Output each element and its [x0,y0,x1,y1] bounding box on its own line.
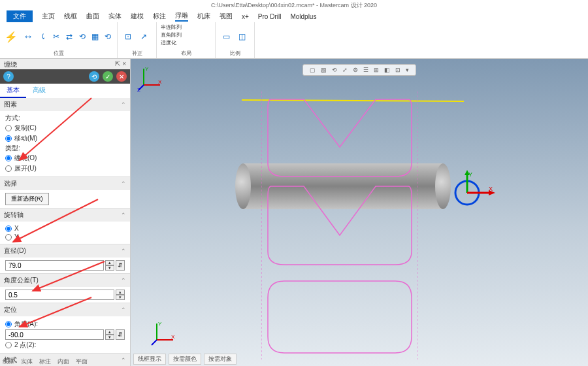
ribbon-scale-icon[interactable]: ◫ [235,30,248,43]
ribbon-group-label: 比例 [220,50,250,57]
menu-transform[interactable]: 浮雕 [175,11,188,22]
link-icon[interactable]: ⇵ [116,260,125,271]
status-tab[interactable]: 按需颜色 [169,354,201,365]
label-mode: 方式: [5,114,20,122]
ribbon-tool-icon[interactable]: ⚡ [4,27,18,46]
ribbon-item[interactable]: 直角阵列 [161,31,182,39]
panel-close-icon[interactable]: ⇱ × [115,60,126,68]
axis-triad-icon: YX [150,320,176,346]
svg-text:X: X [171,334,175,340]
status-tab[interactable]: 按需对象 [204,354,237,365]
menu-surface[interactable]: 曲面 [86,12,99,21]
vt-icon[interactable]: ▾ [406,67,409,73]
menu-view[interactable]: x+ [242,13,249,20]
svg-text:Y: Y [145,66,149,72]
radio-label: 复制(C) [14,124,37,133]
ribbon-tool-icon[interactable]: ⟲ [103,30,113,43]
tab-advanced[interactable]: 高级 [26,84,52,98]
menu-relief[interactable]: 机床 [197,12,210,21]
footer-tab[interactable]: 标注 [39,358,51,366]
ribbon-tool-icon[interactable]: ▦ [90,30,100,43]
spinner[interactable]: ▴▾ [105,260,114,271]
vt-icon[interactable]: ◧ [384,67,390,73]
menu-file[interactable]: 文件 [7,10,33,22]
radio-2pt[interactable] [5,342,12,348]
radio-copy[interactable] [5,125,12,131]
ribbon-group-label: 布局 [161,50,211,57]
cancel-icon[interactable]: ✕ [116,71,127,82]
vt-icon[interactable]: ▢ [310,67,316,73]
ribbon-tool-icon[interactable]: ⊡ [122,30,135,43]
menu-xplus[interactable]: Pro Drill [258,13,282,20]
collapse-icon[interactable]: ⌃ [121,307,126,313]
menu-prodrill[interactable]: Moldplus [290,13,316,20]
radio-label: 缠绕(O) [14,154,37,163]
footer-tab[interactable]: 内面 [57,358,69,366]
window-title: C:\Users\Etta\Desktop\004xin02.mcam* - M… [0,0,588,10]
section-heading: 图素 [4,100,17,109]
spinner[interactable]: ▴▾ [116,290,125,300]
spinner[interactable]: ▴▾ [105,329,114,340]
vt-icon[interactable]: ⊞ [374,67,379,73]
vt-icon[interactable]: ⚙ [353,67,358,73]
collapse-icon[interactable]: ⌃ [121,212,126,218]
ribbon-tool-icon[interactable]: ↔ [21,27,35,46]
vt-icon[interactable]: ▨ [321,67,327,73]
transform-gizmo-icon[interactable]: YX [451,170,490,209]
viewport-status-tabs: 线框显示 按需颜色 按需对象 [133,354,237,365]
svg-text:Y: Y [158,321,162,327]
collapse-icon[interactable]: ⌃ [121,357,126,363]
ribbon: ⚡ ↔ ⤹ ✂ ⇄ ⟲ ▦ ⟲ 位置 ⊡ ↗ 补正 串连阵列 直角阵列 适度化 … [0,22,588,59]
viewport-toolbar[interactable]: ▢▨ ⟲⤢ ⚙☰ ⊞◧ ⊡▾ [302,64,416,76]
menu-home[interactable]: 主页 [42,12,55,21]
vt-icon[interactable]: ⊡ [395,67,400,73]
menu-machine[interactable]: 视图 [220,12,233,21]
vt-icon[interactable]: ☰ [363,67,368,73]
footer-tab[interactable]: 线框 [3,358,14,366]
radio-angle[interactable] [5,321,12,327]
link-icon[interactable]: ⇵ [116,329,125,340]
menu-solid[interactable]: 实体 [108,12,122,21]
tolerance-input[interactable] [5,290,114,300]
section-heading: 直径(D) [4,246,26,256]
ribbon-item[interactable]: 串连阵列 [161,24,182,31]
side-panel: 缠绕 ⇱ × ? ⟲ ✓ ✕ 基本 高级 图素⌃ 方式: 复制(C) 移动(M)… [0,59,131,366]
radio-unwrap[interactable] [5,165,12,172]
label-type: 类型: [5,144,20,152]
radio-y[interactable] [5,234,12,241]
menu-wireframe[interactable]: 线框 [64,12,77,21]
collapse-icon[interactable]: ⌃ [121,180,126,187]
vt-icon[interactable]: ⟲ [332,67,337,73]
collapse-icon[interactable]: ⌃ [121,101,126,108]
footer-tab[interactable]: 平面 [76,358,88,366]
radio-x[interactable] [5,225,12,232]
footer-tab[interactable]: 实体 [21,358,33,366]
radio-label: X [14,225,19,232]
ribbon-tool-icon[interactable]: ⟲ [77,30,88,43]
reselect-button[interactable]: 重新选择(R) [5,193,49,205]
ribbon-tool-icon[interactable]: ⇄ [64,30,74,43]
menu-model[interactable]: 建模 [131,12,144,21]
collapse-icon[interactable]: ⌃ [121,248,126,254]
menu-annot[interactable]: 标注 [153,12,166,21]
vt-icon[interactable]: ⤢ [342,67,348,73]
radio-move[interactable] [5,135,12,142]
tab-basic[interactable]: 基本 [0,84,26,98]
radio-label: 移动(M) [14,134,37,143]
collapse-icon[interactable]: ⌃ [121,277,126,284]
help-icon[interactable]: ? [3,71,14,82]
status-tab[interactable]: 线框显示 [133,354,166,365]
ribbon-tool-icon[interactable]: ↗ [137,30,150,43]
ribbon-item[interactable]: 适度化 [161,39,176,46]
radio-wrap[interactable] [5,155,12,161]
diameter-input[interactable] [5,260,104,271]
ok-icon[interactable]: ✓ [103,71,113,82]
ribbon-group-label: 补正 [122,50,152,57]
viewport-3d[interactable]: ▢▨ ⟲⤢ ⚙☰ ⊞◧ ⊡▾ YXZ YX YX [131,59,588,366]
ribbon-tool-icon[interactable]: ⤹ [38,30,48,43]
ribbon-stretch-icon[interactable]: ▭ [220,30,233,43]
ribbon-tool-icon[interactable]: ✂ [51,30,61,43]
angle-input[interactable] [5,329,104,340]
section-heading: 角度公差(T) [4,276,39,285]
apply-icon[interactable]: ⟲ [89,71,99,82]
